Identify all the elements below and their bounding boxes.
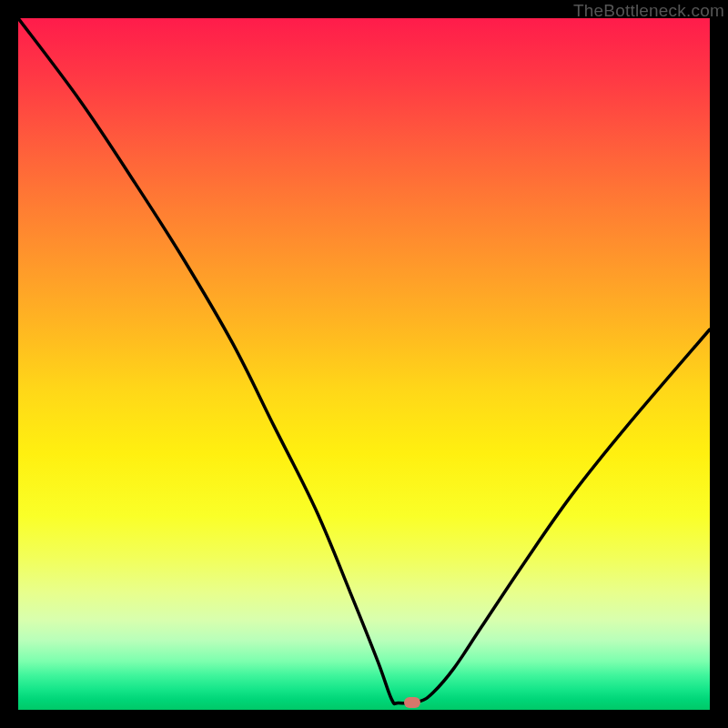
bottleneck-curve — [18, 18, 710, 710]
chart-container: TheBottleneck.com — [0, 0, 728, 728]
optimal-marker — [404, 697, 420, 708]
plot-area — [18, 18, 710, 710]
watermark-text: TheBottleneck.com — [573, 1, 724, 21]
